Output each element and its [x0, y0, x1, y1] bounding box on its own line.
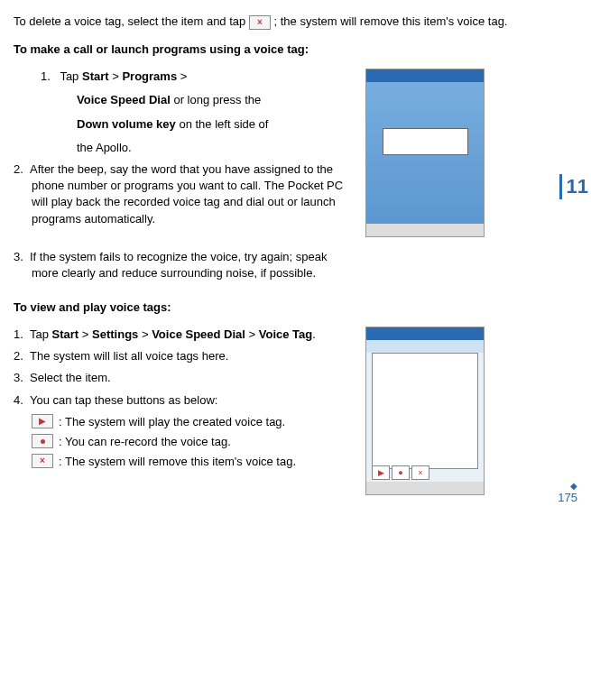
diamond-icon: ◆: [558, 481, 577, 491]
step1: 1. Tap Start > Programs > Voice Speed Di…: [41, 69, 347, 156]
phone-screenshot-1: [365, 69, 485, 237]
step2: 2.After the beep, say the word that you …: [14, 161, 347, 227]
delete-button-desc: × : The system will remove this item's v…: [32, 454, 347, 470]
play-button-desc: ▶ : The system will play the created voi…: [32, 414, 347, 430]
delete-icon: ×: [32, 454, 53, 468]
step3: 3.If the system fails to recognize the v…: [14, 249, 347, 281]
phone-screenshot-2: ▶●×: [365, 327, 485, 495]
intro-paragraph: To delete a voice tag, select the item a…: [14, 14, 573, 30]
s2-step3: 3.Select the item.: [14, 370, 347, 386]
heading-view-play: To view and play voice tags:: [14, 300, 573, 314]
heading-make-call: To make a call or launch programs using …: [14, 42, 573, 56]
intro-text-a: To delete a voice tag, select the item a…: [14, 14, 249, 28]
s2-step4: 4.You can tap these buttons as below:: [14, 392, 347, 409]
delete-icon: ×: [249, 15, 271, 30]
play-icon: ▶: [32, 414, 53, 428]
page-footer: ◆ 175: [558, 481, 577, 504]
s2-step2: 2.The system will list all voice tags he…: [14, 348, 347, 364]
page-number: 175: [558, 491, 577, 504]
record-icon: [32, 434, 53, 448]
chapter-tab: 11: [559, 174, 591, 199]
s2-step1: 1.Tap Start > Settings > Voice Speed Dia…: [14, 327, 347, 343]
intro-text-b: ; the system will remove this item's voi…: [274, 14, 508, 28]
record-button-desc: : You can re-record the voice tag.: [32, 434, 347, 450]
